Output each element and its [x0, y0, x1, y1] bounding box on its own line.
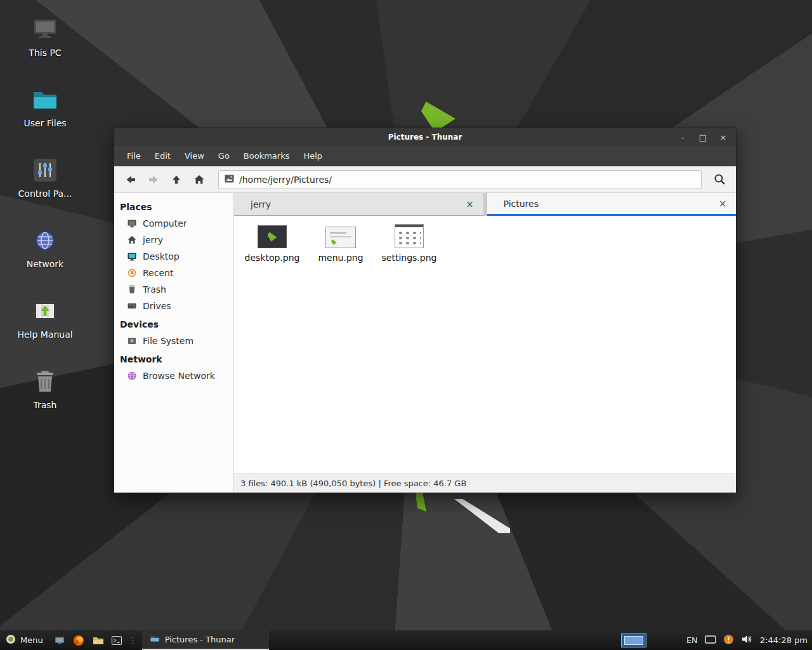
sidebar-item-label: File System — [143, 335, 193, 347]
tab-close-icon[interactable]: × — [463, 199, 477, 210]
volume-icon[interactable] — [741, 634, 753, 646]
close-button[interactable]: × — [713, 128, 733, 146]
tab-label: Pictures — [504, 199, 539, 209]
menu-help[interactable]: Help — [296, 151, 329, 161]
desktop-icon-label: Trash — [34, 400, 57, 410]
file-settings-png[interactable]: settings.png — [379, 224, 440, 263]
files-launcher[interactable] — [88, 630, 107, 650]
tab-pictures[interactable]: Pictures × — [487, 193, 737, 216]
desktop-surface[interactable]: This PC User Files Control Pa... Network… — [0, 0, 812, 650]
firefox-icon — [73, 635, 84, 646]
minimize-button[interactable]: – — [672, 128, 693, 146]
manual-map-icon — [30, 296, 60, 326]
display-icon — [54, 635, 65, 646]
desktop-icon-network[interactable]: Network — [10, 225, 80, 269]
desktop-icon-trash[interactable]: Trash — [10, 366, 80, 410]
tab-close-icon[interactable]: × — [716, 198, 730, 209]
clock[interactable]: 2:44:28 pm — [760, 635, 808, 645]
titlebar[interactable]: Pictures - Thunar – □ × — [114, 128, 736, 146]
status-text: 3 files: 490.1 kB (490,050 bytes) | Free… — [240, 479, 466, 488]
window-title: Pictures - Thunar — [388, 133, 462, 142]
taskbar-window-button[interactable]: Pictures - Thunar — [142, 630, 269, 650]
toolbar: /home/jerry/Pictures/ — [114, 166, 736, 193]
home-icon — [193, 173, 206, 186]
settings-png-thumbnail — [395, 224, 424, 248]
thumbnail-titlebar — [395, 225, 423, 227]
menu-button[interactable]: Menu — [0, 630, 50, 650]
up-button[interactable] — [165, 169, 188, 190]
window-list-applet[interactable] — [621, 633, 646, 647]
sliders-icon — [30, 155, 60, 185]
desktop-icon — [127, 251, 137, 262]
sidebar-item-jerry[interactable]: jerry — [114, 232, 233, 248]
thumbnail-logo-accent — [331, 239, 337, 245]
arrow-right-icon — [147, 173, 160, 186]
menu-view[interactable]: View — [178, 151, 211, 161]
update-notifier-icon[interactable] — [723, 634, 734, 647]
computer-icon — [30, 14, 60, 44]
image-file-icon — [225, 175, 234, 185]
sidebar-item-desktop[interactable]: Desktop — [114, 248, 233, 265]
sidebar-item-label: Recent — [143, 267, 173, 279]
menu-label: Menu — [20, 635, 43, 645]
content-pane: jerry × Pictures × — [234, 193, 736, 493]
desktop-icon-column: This PC User Files Control Pa... Network… — [10, 14, 80, 410]
menu-go[interactable]: Go — [211, 151, 237, 161]
menu-png-thumbnail — [325, 227, 356, 248]
sidebar-item-computer[interactable]: Computer — [114, 215, 233, 232]
desktop-icon-user-files[interactable]: User Files — [10, 84, 80, 128]
terminal-launcher[interactable] — [107, 630, 126, 650]
launcher-separator[interactable]: ⋮ — [126, 630, 140, 650]
desktop-icon-this-pc[interactable]: This PC — [10, 14, 80, 58]
thunar-icon — [150, 633, 160, 646]
file-name: settings.png — [382, 253, 437, 263]
desktop-icon-help-manual[interactable]: Help Manual — [10, 296, 80, 340]
file-menu-png[interactable]: menu.png — [310, 224, 371, 263]
sidebar-item-label: Browse Network — [143, 370, 215, 381]
search-button[interactable] — [708, 169, 731, 190]
sidebar-section-places: Places — [114, 197, 233, 215]
sidebar-item-recent[interactable]: Recent — [114, 265, 233, 281]
desktop-icon-label: Network — [27, 259, 63, 269]
status-bar: 3 files: 490.1 kB (490,050 bytes) | Free… — [234, 474, 736, 493]
browser-launcher[interactable] — [69, 630, 88, 650]
sidebar-item-label: jerry — [143, 234, 163, 246]
show-desktop-launcher[interactable] — [50, 630, 69, 650]
screen-icon[interactable] — [705, 635, 716, 646]
window-preview-thumb — [624, 636, 643, 645]
desktop-icon-label: Control Pa... — [18, 189, 72, 199]
sidebar-item-file-system[interactable]: File System — [114, 333, 233, 349]
thumbnail-line — [330, 236, 351, 237]
thumbnail-icon-grid — [397, 230, 421, 244]
taskbar-window-label: Pictures - Thunar — [165, 635, 235, 644]
menubar: File Edit View Go Bookmarks Help — [114, 146, 736, 166]
folder-icon — [30, 84, 60, 115]
distro-logo-icon — [6, 634, 16, 646]
sidebar-item-label: Drives — [143, 300, 171, 312]
keyboard-layout-indicator[interactable]: EN — [686, 635, 698, 645]
taskbar: Menu ⋮ Pictures - Thunar — [0, 630, 812, 650]
menu-bookmarks[interactable]: Bookmarks — [237, 151, 297, 161]
home-icon — [127, 235, 137, 245]
home-button[interactable] — [188, 169, 211, 190]
system-tray: EN 2:44:28 pm — [621, 630, 812, 650]
filesystem-drive-icon — [127, 336, 137, 346]
location-bar[interactable]: /home/jerry/Pictures/ — [218, 170, 702, 189]
search-icon — [713, 173, 726, 186]
desktop-icon-control-panel[interactable]: Control Pa... — [10, 155, 80, 199]
menu-edit[interactable]: Edit — [148, 151, 178, 161]
sidebar-item-trash[interactable]: Trash — [114, 281, 233, 298]
menu-file[interactable]: File — [120, 151, 148, 161]
drive-icon — [127, 301, 137, 311]
file-view[interactable]: desktop.png menu.png — [234, 216, 736, 474]
arrow-up-icon — [170, 173, 183, 186]
maximize-button[interactable]: □ — [693, 128, 713, 146]
sidebar-item-drives[interactable]: Drives — [114, 298, 233, 314]
forward-button[interactable] — [142, 169, 165, 190]
file-thumbnail — [395, 224, 424, 248]
back-button[interactable] — [119, 169, 142, 190]
tab-jerry[interactable]: jerry × — [234, 193, 483, 216]
sidebar-item-browse-network[interactable]: Browse Network — [114, 368, 233, 384]
file-desktop-png[interactable]: desktop.png — [242, 224, 303, 263]
file-name: desktop.png — [245, 253, 300, 263]
